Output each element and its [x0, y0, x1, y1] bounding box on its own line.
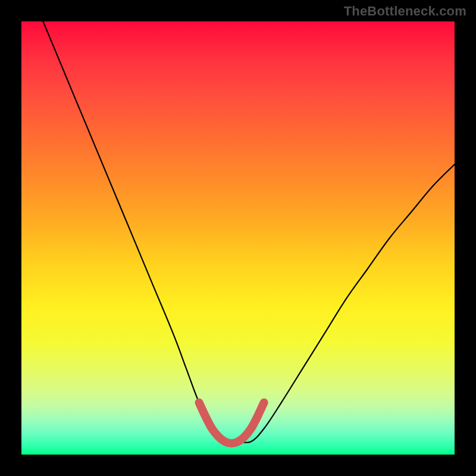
- watermark-text: TheBottleneck.com: [344, 4, 466, 19]
- bottleneck-curve: [43, 21, 455, 443]
- plot-area: [21, 21, 455, 455]
- chart-svg: [21, 21, 455, 455]
- chart-frame: TheBottleneck.com: [0, 0, 476, 476]
- bottom-highlight: [199, 403, 264, 444]
